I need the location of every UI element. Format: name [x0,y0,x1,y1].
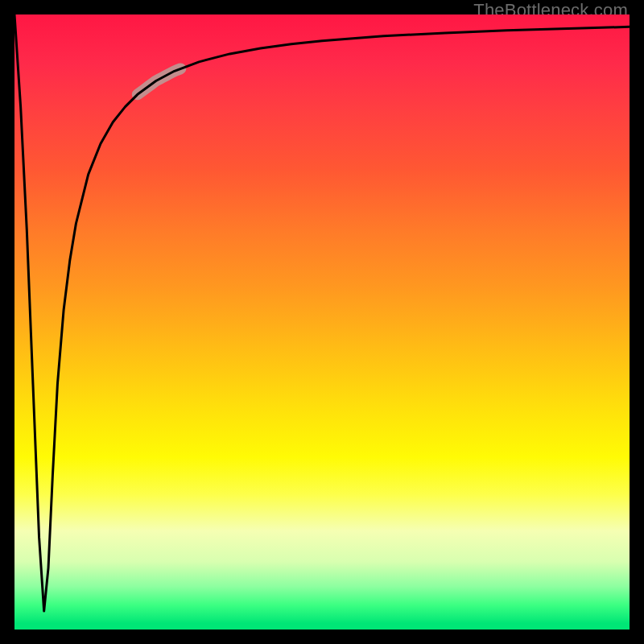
plot-area [14,14,630,630]
chart-frame: TheBottleneck.com [0,0,644,644]
curve-layer [14,14,630,630]
curve-path [14,14,630,611]
